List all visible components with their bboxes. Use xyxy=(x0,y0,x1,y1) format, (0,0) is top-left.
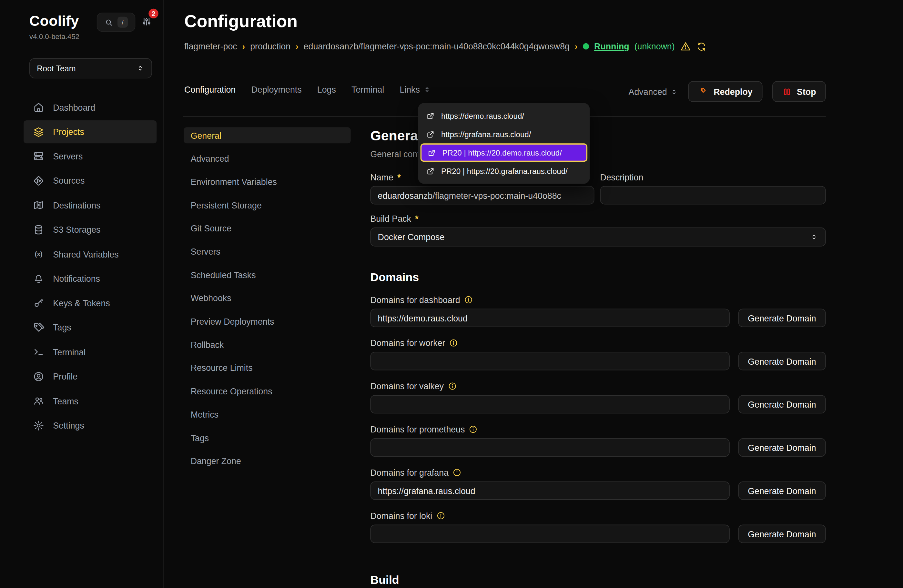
redeploy-button[interactable]: Redeploy xyxy=(688,81,762,102)
build-pack-value: Docker Compose xyxy=(378,232,810,242)
generate-domain-button[interactable]: Generate Domain xyxy=(738,481,826,500)
links-menu-item[interactable]: PR20 | https://20.grafana.raus.cloud/ xyxy=(418,162,590,180)
info-icon[interactable] xyxy=(464,295,473,304)
sidebar-item-servers[interactable]: Servers xyxy=(24,145,157,168)
tab-configuration[interactable]: Configuration xyxy=(184,85,236,94)
tag-icon xyxy=(33,322,44,333)
search-icon xyxy=(104,17,113,27)
sidebar-item-profile[interactable]: Profile xyxy=(24,365,157,388)
links-menu-item[interactable]: https://demo.raus.cloud/ xyxy=(418,107,590,125)
sidebar-item-terminal[interactable]: Terminal xyxy=(24,341,157,363)
subnav-item-resource-limits[interactable]: Resource Limits xyxy=(184,360,351,376)
subnav-item-general[interactable]: General xyxy=(184,127,351,143)
subnav-item-metrics[interactable]: Metrics xyxy=(184,406,351,423)
domain-input-dashboard[interactable] xyxy=(370,308,729,327)
sidebar-item-projects[interactable]: Projects xyxy=(24,120,157,143)
database-icon xyxy=(33,224,44,235)
external-link-icon xyxy=(427,148,436,157)
generate-domain-button[interactable]: Generate Domain xyxy=(738,308,826,327)
generate-domain-button[interactable]: Generate Domain xyxy=(738,395,826,413)
sidebar-item-destinations[interactable]: Destinations xyxy=(24,193,157,217)
subnav-item-webhooks[interactable]: Webhooks xyxy=(184,290,351,306)
tab-deployments[interactable]: Deployments xyxy=(251,85,301,94)
info-icon[interactable] xyxy=(469,425,478,434)
description-input[interactable] xyxy=(600,186,826,204)
sidebar: Coolify v4.0.0-beta.452 / 2 Root Team xyxy=(0,0,164,588)
stop-label: Stop xyxy=(797,87,816,96)
info-icon[interactable] xyxy=(453,468,461,477)
breadcrumb-resource[interactable]: eduardosanzb/flagmeter-vps-poc:main-u40o… xyxy=(304,41,569,51)
stop-button[interactable]: Stop xyxy=(772,81,826,102)
subnav-item-rollback[interactable]: Rollback xyxy=(184,336,351,353)
info-icon[interactable] xyxy=(449,338,458,347)
advanced-menu-button[interactable]: Advanced xyxy=(629,87,679,96)
notification-count-badge[interactable]: 2 xyxy=(148,8,159,19)
sidebar-item-keys-tokens[interactable]: Keys & Tokens xyxy=(24,291,157,314)
breadcrumb-project[interactable]: flagmeter-poc xyxy=(184,41,237,51)
domain-label: Domains for valkey xyxy=(370,381,826,391)
sidebar-item-dashboard[interactable]: Dashboard xyxy=(24,96,157,118)
sidebar-item-teams[interactable]: Teams xyxy=(24,389,157,412)
subnav-item-danger-zone[interactable]: Danger Zone xyxy=(184,453,351,469)
domain-field-grafana: Domains for grafana Generate Domain xyxy=(370,468,826,500)
subnav-item-persistent-storage[interactable]: Persistent Storage xyxy=(184,197,351,213)
subnav-item-advanced[interactable]: Advanced xyxy=(184,150,351,167)
subnav-item-resource-operations[interactable]: Resource Operations xyxy=(184,383,351,399)
status-detail: (unknown) xyxy=(634,41,675,51)
subnav-item-environment-variables[interactable]: Environment Variables xyxy=(184,174,351,190)
links-menu-item-label: PR20 | https://20.demo.raus.cloud/ xyxy=(442,148,562,157)
sidebar-item-tags[interactable]: Tags xyxy=(24,316,157,339)
links-dropdown-menu: https://demo.raus.cloud/ https://grafana… xyxy=(418,103,590,184)
info-icon[interactable] xyxy=(448,382,456,390)
tab-logs[interactable]: Logs xyxy=(317,85,336,94)
sidebar-item-settings[interactable]: Settings xyxy=(24,414,157,437)
sidebar-item-notifications[interactable]: Notifications xyxy=(24,267,157,290)
users-icon xyxy=(33,395,44,407)
info-icon[interactable] xyxy=(436,511,445,520)
domain-input-prometheus[interactable] xyxy=(370,438,729,457)
generate-domain-button[interactable]: Generate Domain xyxy=(738,438,826,457)
breadcrumb-environment[interactable]: production xyxy=(250,41,291,51)
domain-input-loki[interactable] xyxy=(370,525,729,543)
brand-logo[interactable]: Coolify xyxy=(29,13,79,29)
sidebar-item-s3-storages[interactable]: S3 Storages xyxy=(24,218,157,241)
sidebar-item-label: Terminal xyxy=(53,347,85,357)
status-running-link[interactable]: Running xyxy=(594,41,629,51)
refresh-icon[interactable] xyxy=(696,41,706,52)
build-pack-select[interactable]: Docker Compose xyxy=(370,228,826,247)
domain-input-worker[interactable] xyxy=(370,352,729,370)
name-input[interactable] xyxy=(370,186,594,204)
subnav-item-servers[interactable]: Servers xyxy=(184,244,351,260)
sidebar-item-label: Settings xyxy=(53,420,84,430)
generate-domain-button[interactable]: Generate Domain xyxy=(738,352,826,370)
domain-input-grafana[interactable] xyxy=(370,481,729,500)
subnav-item-scheduled-tasks[interactable]: Scheduled Tasks xyxy=(184,267,351,283)
sidebar-item-sources[interactable]: Sources xyxy=(24,169,157,192)
external-link-icon xyxy=(426,130,435,138)
section-heading-domains: Domains xyxy=(370,271,826,284)
domain-label: Domains for prometheus xyxy=(370,424,826,434)
subnav-item-tags[interactable]: Tags xyxy=(184,429,351,446)
tab-terminal[interactable]: Terminal xyxy=(351,85,384,94)
required-asterisk: * xyxy=(415,214,418,223)
stage: Coolify v4.0.0-beta.452 / 2 Root Team xyxy=(0,0,903,588)
subnav-item-git-source[interactable]: Git Source xyxy=(184,220,351,237)
links-menu-item-highlighted[interactable]: PR20 | https://20.demo.raus.cloud/ xyxy=(420,143,587,162)
domain-field-valkey: Domains for valkey Generate Domain xyxy=(370,381,826,413)
sidebar-item-label: Destinations xyxy=(53,200,101,210)
tab-links[interactable]: Links xyxy=(400,85,431,94)
domain-input-valkey[interactable] xyxy=(370,395,729,413)
domain-field-dashboard: Domains for dashboard Generate Domain xyxy=(370,295,826,327)
subnav-item-preview-deployments[interactable]: Preview Deployments xyxy=(184,313,351,330)
domain-label: Domains for dashboard xyxy=(370,295,826,305)
links-menu-item[interactable]: https://grafana.raus.cloud/ xyxy=(418,125,590,143)
redeploy-label: Redeploy xyxy=(714,87,752,96)
domain-field-prometheus: Domains for prometheus Generate Domain xyxy=(370,424,826,457)
description-label: Description xyxy=(600,172,826,182)
sidebar-item-shared-variables[interactable]: (x) Shared Variables xyxy=(24,242,157,265)
generate-domain-button[interactable]: Generate Domain xyxy=(738,525,826,543)
sidebar-item-label: Dashboard xyxy=(53,102,95,112)
warning-icon[interactable] xyxy=(680,41,691,52)
team-selector[interactable]: Root Team xyxy=(29,58,152,78)
search-button[interactable]: / xyxy=(97,13,135,31)
